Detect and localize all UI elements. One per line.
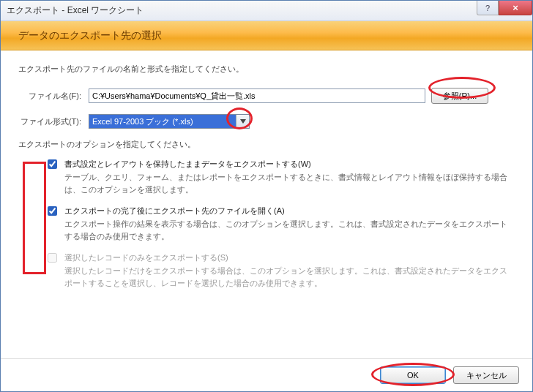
close-button[interactable]: ×	[499, 1, 532, 15]
ok-button[interactable]: OK	[380, 366, 446, 384]
option-desc: テーブル、クエリ、フォーム、またはレポートをエクスポートするときに、書式情報とレ…	[64, 171, 515, 195]
window-title: エクスポート - Excel ワークシート	[7, 4, 144, 17]
cancel-button[interactable]: キャンセル	[453, 366, 519, 384]
help-button[interactable]: ?	[477, 1, 499, 15]
titlebar: エクスポート - Excel ワークシート ? ×	[1, 1, 532, 21]
filetype-row: ファイル形式(T): Excel 97-2003 ブック (*.xls)	[18, 114, 515, 129]
option-preserve-format: 書式設定とレイアウトを保持したままデータをエクスポートする(W) テーブル、クエ…	[48, 159, 515, 195]
option-selected-records-checkbox	[48, 253, 57, 263]
option-label: 書式設定とレイアウトを保持したままデータをエクスポートする(W)	[64, 159, 515, 170]
options-group: 書式設定とレイアウトを保持したままデータをエクスポートする(W) テーブル、クエ…	[18, 159, 515, 289]
browse-button[interactable]: 参照(R)...	[431, 88, 488, 104]
filename-label: ファイル名(F):	[18, 91, 89, 102]
option-preserve-format-checkbox[interactable]	[48, 159, 57, 169]
filename-row: ファイル名(F): 参照(R)...	[18, 88, 515, 104]
option-desc: エクスポート操作の結果を表示する場合は、このオプションを選択します。これは、書式…	[64, 218, 515, 242]
options-header: エクスポートのオプションを指定してください。	[18, 139, 515, 150]
wizard-heading: データのエクスポート先の選択	[18, 29, 162, 42]
export-dialog: エクスポート - Excel ワークシート ? × データのエクスポート先の選択…	[0, 0, 533, 392]
option-label: エクスポートの完了後にエクスポート先のファイルを開く(A)	[64, 206, 515, 216]
option-desc: 選択したレコードだけをエクスポートする場合は、このオプションを選択します。これは…	[64, 265, 515, 289]
filetype-label: ファイル形式(T):	[18, 116, 89, 127]
option-open-after: エクスポートの完了後にエクスポート先のファイルを開く(A) エクスポート操作の結…	[48, 206, 515, 242]
filetype-select[interactable]: Excel 97-2003 ブック (*.xls)	[89, 114, 250, 129]
chevron-down-icon[interactable]	[236, 115, 249, 128]
option-label: 選択したレコードのみをエクスポートする(S)	[64, 252, 515, 263]
wizard-header: データのエクスポート先の選択	[1, 21, 532, 50]
option-open-after-checkbox[interactable]	[48, 206, 57, 216]
window-controls: ? ×	[477, 1, 532, 20]
dialog-footer: OK キャンセル	[1, 358, 532, 391]
instruction-text: エクスポート先のファイルの名前と形式を指定してください。	[18, 64, 515, 75]
dialog-body: エクスポート先のファイルの名前と形式を指定してください。 ファイル名(F): 参…	[1, 50, 532, 358]
option-selected-records: 選択したレコードのみをエクスポートする(S) 選択したレコードだけをエクスポート…	[48, 252, 515, 289]
filetype-selected: Excel 97-2003 ブック (*.xls)	[89, 115, 236, 128]
filename-input[interactable]	[89, 88, 425, 103]
